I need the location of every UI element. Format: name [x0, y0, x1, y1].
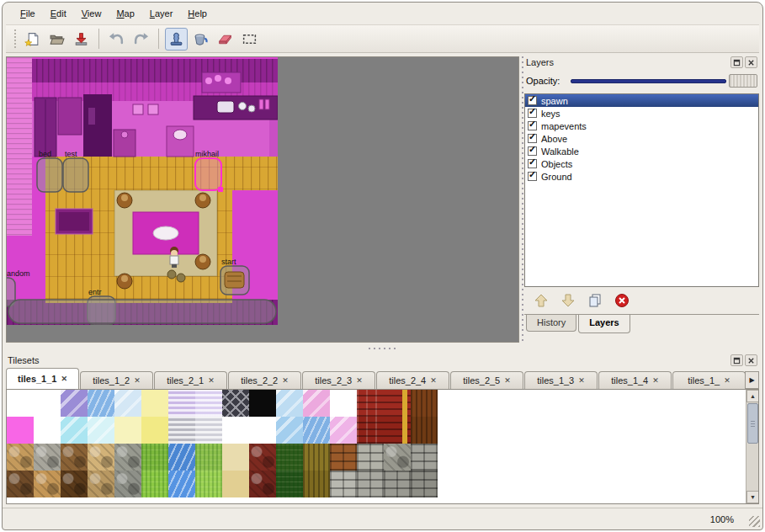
- save-map-button[interactable]: [70, 28, 93, 51]
- menu-map[interactable]: Map: [109, 6, 141, 21]
- tileset-tile[interactable]: [114, 471, 141, 497]
- tileset-tile[interactable]: [222, 471, 249, 497]
- redo-button[interactable]: [130, 28, 152, 51]
- tab-close-icon[interactable]: ✕: [134, 377, 141, 385]
- map-canvas[interactable]: bed test mikhail start entr andom: [6, 56, 519, 343]
- tileset-tile[interactable]: [34, 471, 61, 497]
- tab-close-icon[interactable]: ✕: [504, 377, 511, 385]
- tileset-tile[interactable]: [276, 444, 303, 471]
- tileset-tile[interactable]: [384, 390, 411, 417]
- tileset-tab-tiles_2_1[interactable]: tiles_2_1✕: [154, 371, 227, 389]
- tab-close-icon[interactable]: ✕: [724, 377, 730, 385]
- tileset-tile[interactable]: [303, 417, 330, 444]
- tileset-tile[interactable]: [34, 417, 61, 444]
- tileset-scrollbar[interactable]: ▲ ▼: [746, 390, 758, 503]
- bucket-fill-button[interactable]: [189, 28, 212, 51]
- layer-list[interactable]: ✓spawn✓keys✓mapevents✓Above✓Walkable✓Obj…: [524, 93, 759, 287]
- tileset-tile[interactable]: [249, 417, 276, 444]
- tileset-tile[interactable]: [141, 417, 168, 444]
- rect-select-button[interactable]: [238, 28, 261, 51]
- tileset-tile[interactable]: [7, 444, 34, 471]
- opacity-slider-track[interactable]: [571, 79, 726, 83]
- tileset-tile[interactable]: [61, 417, 88, 444]
- tileset-tile[interactable]: [88, 444, 114, 471]
- menu-view[interactable]: View: [74, 6, 109, 21]
- tileset-tile[interactable]: [276, 417, 303, 444]
- tab-close-icon[interactable]: ✕: [61, 375, 67, 383]
- tileset-tab-tiles_1_[interactable]: tiles_1_✕: [672, 371, 746, 389]
- menu-help[interactable]: Help: [180, 6, 215, 21]
- tab-close-icon[interactable]: ✕: [430, 377, 437, 385]
- tileset-tile[interactable]: [114, 444, 141, 471]
- tileset-tile[interactable]: [303, 471, 330, 497]
- tileset-tile[interactable]: [7, 471, 34, 497]
- tileset-tile[interactable]: [303, 390, 330, 417]
- tileset-tile[interactable]: [249, 390, 276, 417]
- opacity-slider-handle[interactable]: [729, 74, 757, 88]
- tileset-tile[interactable]: [249, 471, 276, 497]
- tileset-tile[interactable]: [303, 444, 330, 471]
- tileset-tile[interactable]: [330, 471, 357, 497]
- scroll-down-button[interactable]: ▼: [746, 491, 759, 503]
- tileset-tab-tiles_2_4[interactable]: tiles_2_4✕: [376, 371, 449, 389]
- tileset-tile[interactable]: [357, 417, 384, 444]
- layer-visibility-checkbox[interactable]: ✓: [528, 146, 537, 156]
- tab-close-icon[interactable]: ✕: [208, 377, 215, 385]
- tileset-tile[interactable]: [357, 444, 384, 471]
- layer-visibility-checkbox[interactable]: ✓: [528, 172, 537, 181]
- lower-layer-button[interactable]: [558, 290, 578, 311]
- menu-file[interactable]: File: [13, 6, 43, 21]
- layer-row-spawn[interactable]: ✓spawn: [525, 94, 758, 107]
- map-object-test[interactable]: [63, 158, 88, 192]
- close-dock-button[interactable]: [745, 354, 757, 366]
- tab-close-icon[interactable]: ✕: [652, 377, 659, 385]
- tileset-tile[interactable]: [411, 444, 438, 471]
- map-object-bed[interactable]: [37, 158, 62, 192]
- tileset-tile[interactable]: [411, 390, 438, 417]
- layer-row-Walkable[interactable]: ✓Walkable: [525, 145, 758, 157]
- tileset-tile[interactable]: [384, 444, 411, 471]
- tileset-tile[interactable]: [195, 390, 222, 417]
- close-dock-button[interactable]: [745, 56, 757, 68]
- tab-close-icon[interactable]: ✕: [282, 377, 289, 385]
- tileset-tile[interactable]: [61, 444, 88, 471]
- layer-visibility-checkbox[interactable]: ✓: [528, 159, 537, 168]
- tileset-tile[interactable]: [7, 390, 34, 417]
- tab-close-icon[interactable]: ✕: [356, 377, 363, 385]
- tileset-tile[interactable]: [330, 444, 357, 471]
- tileset-tab-tiles_1_3[interactable]: tiles_1_3✕: [524, 371, 598, 389]
- tileset-tile[interactable]: [114, 390, 141, 417]
- menu-edit[interactable]: Edit: [43, 6, 74, 21]
- tileset-tile[interactable]: [88, 417, 114, 444]
- delete-layer-button[interactable]: [612, 290, 632, 311]
- tab-scroll-right-button[interactable]: ▶: [745, 371, 759, 389]
- tileset-tab-tiles_1_1[interactable]: tiles_1_1✕: [6, 368, 79, 389]
- layer-visibility-checkbox[interactable]: ✓: [528, 121, 537, 130]
- dock-tab-history[interactable]: History: [526, 315, 576, 332]
- tileset-tile[interactable]: [34, 444, 61, 471]
- float-dock-button[interactable]: [730, 56, 743, 68]
- scroll-up-button[interactable]: ▲: [746, 390, 759, 402]
- tileset-tile[interactable]: [249, 444, 276, 471]
- tileset-tile[interactable]: [168, 417, 195, 444]
- tileset-tile[interactable]: [195, 471, 222, 497]
- layer-visibility-checkbox[interactable]: ✓: [528, 134, 537, 143]
- float-dock-button[interactable]: [730, 354, 743, 366]
- map-object-mikhail-selected[interactable]: [195, 158, 221, 190]
- tileset-tile[interactable]: [141, 390, 168, 417]
- tileset-tile[interactable]: [222, 417, 249, 444]
- layer-row-keys[interactable]: ✓keys: [525, 107, 758, 120]
- layer-visibility-checkbox[interactable]: ✓: [528, 96, 537, 105]
- tileset-tile[interactable]: [114, 417, 141, 444]
- map-object-capsule[interactable]: [8, 300, 276, 323]
- tileset-tile[interactable]: [168, 390, 195, 417]
- tileset-tile[interactable]: [195, 417, 222, 444]
- layer-visibility-checkbox[interactable]: ✓: [528, 109, 537, 118]
- eraser-button[interactable]: [214, 28, 236, 51]
- horizontal-splitter[interactable]: [3, 344, 762, 353]
- layer-row-mapevents[interactable]: ✓mapevents: [525, 120, 758, 132]
- dock-tab-layers[interactable]: Layers: [578, 315, 630, 333]
- tileset-tab-tiles_2_3[interactable]: tiles_2_3✕: [302, 371, 375, 389]
- tileset-tile[interactable]: [168, 471, 195, 497]
- tileset-tile[interactable]: [411, 417, 438, 444]
